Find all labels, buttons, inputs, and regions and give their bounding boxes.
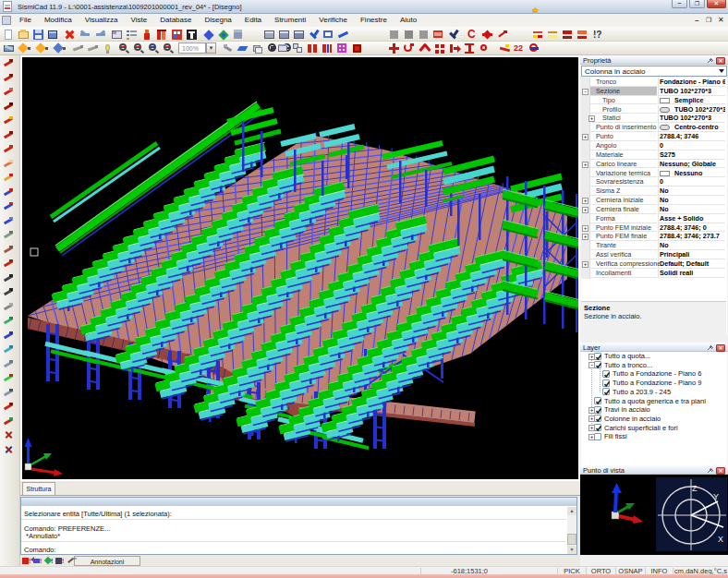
svg-text:Y: Y bbox=[713, 492, 719, 501]
svg-text:Z: Z bbox=[692, 484, 698, 493]
svg-text:X: X bbox=[718, 535, 723, 544]
